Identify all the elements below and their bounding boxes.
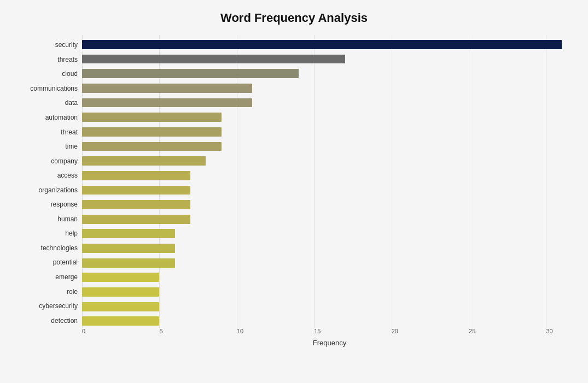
- bar-row: [82, 154, 577, 168]
- bar-row: [82, 38, 577, 51]
- bar-row: [82, 81, 577, 95]
- bar: [82, 156, 206, 166]
- bar: [82, 171, 190, 180]
- x-axis-label: Frequency: [82, 339, 577, 347]
- y-label: cybersecurity: [39, 303, 78, 309]
- bar: [82, 273, 159, 282]
- bars-container: [82, 38, 577, 328]
- bar-row: [82, 52, 577, 66]
- bar: [82, 215, 190, 224]
- bar-row: [82, 241, 577, 255]
- bar-row: [82, 213, 577, 226]
- bar-row: [82, 67, 577, 80]
- y-label: response: [51, 201, 78, 208]
- bar: [82, 186, 190, 195]
- grid-and-bars: 051015202530 Frequency: [82, 35, 577, 347]
- y-label: technologies: [41, 245, 78, 251]
- bar-row: [82, 300, 577, 314]
- y-label: company: [51, 158, 78, 164]
- bar-row: [82, 271, 577, 285]
- bar-row: [82, 227, 577, 241]
- bar: [82, 84, 252, 93]
- bar-row: [82, 140, 577, 154]
- bar-row: [82, 256, 577, 270]
- y-axis-labels: securitythreatscloudcommunicationsdataau…: [11, 35, 82, 347]
- bar: [82, 244, 175, 253]
- bar-row: [82, 198, 577, 211]
- x-tick-labels: 051015202530: [82, 328, 577, 337]
- bar: [82, 302, 159, 311]
- bar: [82, 258, 175, 268]
- bar: [82, 40, 562, 49]
- y-label: organizations: [39, 187, 78, 193]
- bar-row: [82, 184, 577, 197]
- bar: [82, 200, 190, 209]
- y-label: potential: [53, 259, 78, 266]
- y-label: help: [65, 230, 78, 237]
- y-label: detection: [51, 317, 78, 324]
- y-label: time: [65, 143, 78, 150]
- y-label: emerge: [55, 274, 78, 280]
- bar-row: [82, 169, 577, 182]
- y-label: human: [57, 216, 78, 222]
- plot-area: 051015202530 Frequency: [82, 35, 577, 347]
- bar: [82, 98, 252, 108]
- bar: [82, 229, 175, 238]
- bar: [82, 113, 222, 122]
- y-label: cloud: [62, 70, 78, 77]
- bar-row: [82, 96, 577, 110]
- y-label: data: [65, 99, 78, 106]
- bar: [82, 127, 222, 137]
- chart-container: Word Frequency Analysis securitythreatsc…: [0, 0, 588, 383]
- y-label: communications: [30, 85, 78, 92]
- y-label: security: [55, 42, 78, 48]
- y-label: threats: [57, 56, 78, 63]
- bar: [82, 316, 159, 326]
- y-label: role: [67, 288, 78, 295]
- y-label: threat: [61, 129, 78, 135]
- y-label: access: [57, 172, 78, 179]
- y-label: automation: [45, 114, 78, 121]
- bar: [82, 69, 299, 78]
- bar-row: [82, 110, 577, 124]
- x-axis: 051015202530 Frequency: [82, 328, 577, 347]
- bar-row: [82, 125, 577, 139]
- bar: [82, 55, 345, 64]
- bar: [82, 142, 222, 151]
- chart-area: securitythreatscloudcommunicationsdataau…: [11, 35, 577, 347]
- bar-row: [82, 285, 577, 299]
- bar-row: [82, 314, 577, 328]
- chart-title: Word Frequency Analysis: [11, 11, 577, 25]
- bar: [82, 287, 159, 297]
